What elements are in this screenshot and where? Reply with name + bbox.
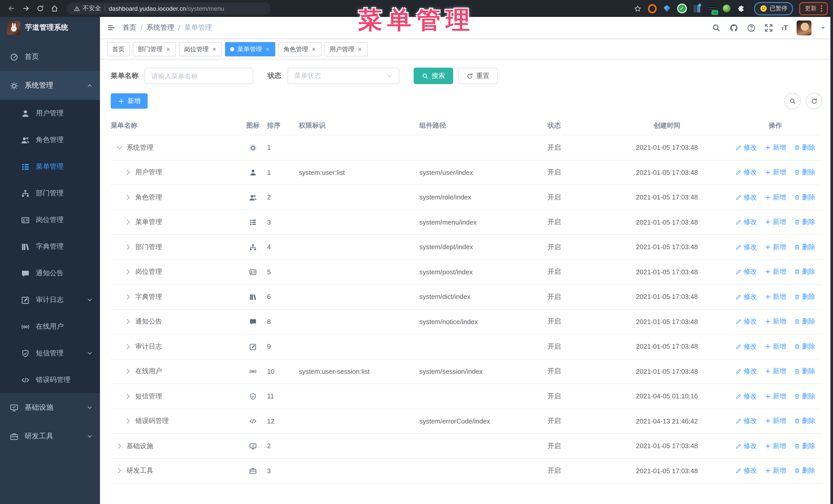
sidebar-item[interactable]: 系统管理	[0, 71, 100, 100]
sidebar-item[interactable]: 菜单管理	[0, 153, 100, 180]
add-action[interactable]: 新增	[765, 292, 786, 302]
expand-arrow-icon[interactable]	[115, 442, 123, 450]
delete-action[interactable]: 删除	[794, 193, 815, 202]
edit-action[interactable]: 修改	[735, 143, 757, 152]
sidebar-item[interactable]: 字典管理	[0, 233, 100, 260]
extension-icon-ring[interactable]	[648, 4, 657, 13]
edit-action[interactable]: 修改	[735, 466, 757, 476]
add-action[interactable]: 新增	[765, 367, 786, 376]
expand-arrow-icon[interactable]	[115, 144, 123, 152]
extension-icon-split[interactable]	[692, 4, 701, 13]
add-action[interactable]: 新增	[765, 466, 786, 476]
sidebar-item[interactable]: 通知公告	[0, 260, 100, 287]
close-icon[interactable]	[265, 47, 270, 52]
add-action[interactable]: 新增	[765, 342, 786, 351]
edit-action[interactable]: 修改	[735, 416, 757, 426]
edit-action[interactable]: 修改	[735, 367, 757, 376]
edit-action[interactable]: 修改	[735, 267, 757, 277]
sidebar-item[interactable]: 用户管理	[0, 100, 100, 127]
font-size-icon[interactable]: tT	[782, 24, 788, 32]
add-action[interactable]: 新增	[765, 242, 786, 252]
tab[interactable]: 部门管理	[133, 42, 176, 56]
add-action[interactable]: 新增	[765, 441, 786, 451]
sidebar-item[interactable]: 短信管理	[0, 340, 100, 367]
security-warning[interactable]: 不安全	[74, 4, 101, 13]
edit-action[interactable]: 修改	[735, 317, 757, 326]
browser-update-button[interactable]: 更新	[799, 2, 828, 15]
add-action[interactable]: 新增	[765, 317, 786, 326]
sidebar-item[interactable]: 岗位管理	[0, 207, 100, 233]
add-action[interactable]: 新增	[765, 392, 786, 401]
sidebar-item[interactable]: 在线用户	[0, 313, 100, 340]
close-icon[interactable]	[311, 47, 316, 52]
delete-action[interactable]: 删除	[794, 441, 815, 451]
refresh-table-button[interactable]	[806, 93, 822, 109]
extensions-puzzle-icon[interactable]	[737, 4, 745, 13]
sidebar-item[interactable]: 审计日志	[0, 287, 100, 313]
sidebar-item[interactable]: 基础设施	[0, 393, 100, 422]
tab[interactable]: 岗位管理	[179, 42, 222, 56]
add-action[interactable]: 新增	[765, 218, 786, 227]
add-action[interactable]: 新增	[765, 168, 786, 177]
tab[interactable]: 首页	[107, 42, 130, 56]
status-select[interactable]: 菜单状态	[288, 68, 399, 84]
breadcrumb-system[interactable]: 系统管理	[147, 23, 174, 32]
delete-action[interactable]: 删除	[794, 267, 815, 277]
browser-home-icon[interactable]	[48, 2, 61, 15]
extension-icon-onbadge[interactable]	[707, 4, 716, 13]
add-button[interactable]: 新增	[111, 93, 148, 109]
expand-arrow-icon[interactable]	[124, 318, 132, 326]
expand-arrow-icon[interactable]	[124, 243, 132, 251]
expand-arrow-icon[interactable]	[115, 467, 123, 475]
sidebar-item[interactable]: 部门管理	[0, 180, 100, 207]
extension-icon-animal[interactable]	[722, 4, 731, 13]
avatar-caret-icon[interactable]	[820, 25, 826, 30]
extension-icon-gem[interactable]	[663, 4, 671, 13]
delete-action[interactable]: 删除	[794, 342, 815, 351]
add-action[interactable]: 新增	[765, 193, 786, 202]
tab[interactable]: 菜单管理	[225, 42, 275, 56]
expand-arrow-icon[interactable]	[124, 342, 132, 351]
browser-back-icon[interactable]	[5, 2, 18, 15]
fullscreen-icon[interactable]	[764, 23, 773, 32]
delete-action[interactable]: 删除	[794, 392, 815, 401]
edit-action[interactable]: 修改	[735, 292, 757, 302]
user-avatar[interactable]	[796, 20, 811, 35]
profile-paused-badge[interactable]: 已暂停	[754, 2, 793, 15]
sidebar-item[interactable]: 首页	[0, 43, 100, 71]
expand-arrow-icon[interactable]	[124, 367, 132, 376]
address-bar[interactable]: 不安全 dashboard.yudao.iocoder.cn/system/me…	[67, 3, 271, 14]
expand-arrow-icon[interactable]	[124, 168, 132, 177]
edit-action[interactable]: 修改	[735, 193, 757, 202]
delete-action[interactable]: 删除	[794, 168, 815, 177]
github-icon[interactable]	[730, 23, 738, 32]
sidebar-item[interactable]: 错误码管理	[0, 367, 100, 393]
edit-action[interactable]: 修改	[735, 168, 757, 177]
header-search-icon[interactable]	[712, 23, 721, 32]
expand-arrow-icon[interactable]	[124, 268, 132, 276]
sidebar-item[interactable]: 研发工具	[0, 422, 100, 451]
add-action[interactable]: 新增	[765, 143, 786, 152]
delete-action[interactable]: 删除	[794, 242, 815, 252]
breadcrumb-home[interactable]: 首页	[122, 23, 136, 32]
menu-name-input[interactable]	[145, 68, 253, 84]
edit-action[interactable]: 修改	[735, 342, 757, 351]
bookmark-star-icon[interactable]	[631, 2, 644, 15]
reset-button[interactable]: 重置	[458, 68, 498, 84]
delete-action[interactable]: 删除	[794, 416, 815, 426]
delete-action[interactable]: 删除	[794, 317, 815, 326]
edit-action[interactable]: 修改	[735, 441, 757, 451]
sidebar-item[interactable]: 角色管理	[0, 127, 100, 153]
toggle-search-button[interactable]	[784, 93, 801, 109]
expand-arrow-icon[interactable]	[124, 293, 132, 301]
tab[interactable]: 用户管理	[325, 42, 367, 56]
tab[interactable]: 角色管理	[278, 42, 322, 56]
expand-arrow-icon[interactable]	[124, 193, 132, 201]
delete-action[interactable]: 删除	[794, 292, 815, 302]
edit-action[interactable]: 修改	[735, 242, 757, 252]
delete-action[interactable]: 删除	[794, 367, 815, 376]
hamburger-icon[interactable]	[107, 24, 115, 32]
search-button[interactable]: 搜索	[414, 68, 453, 84]
edit-action[interactable]: 修改	[735, 218, 757, 227]
window-scrollbar-edge[interactable]	[830, 0, 833, 504]
